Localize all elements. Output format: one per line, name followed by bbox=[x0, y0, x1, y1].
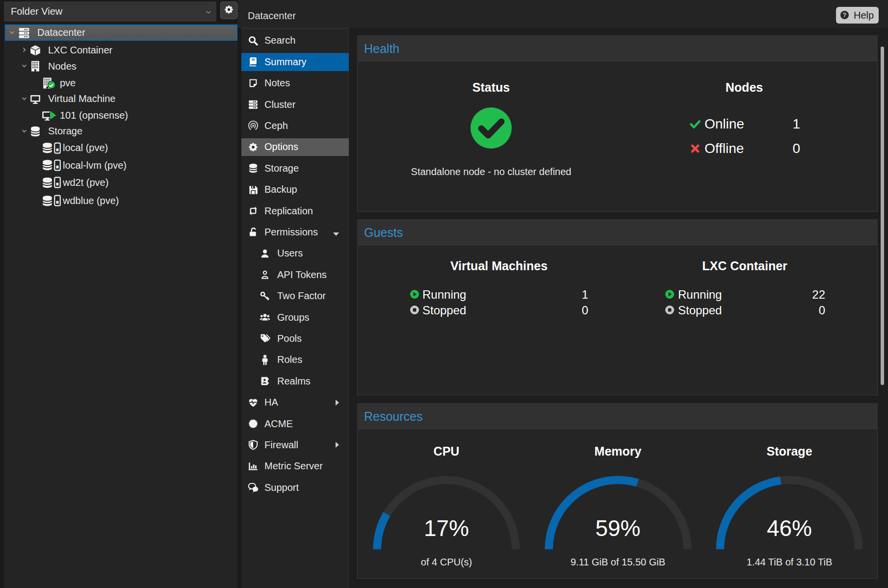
svg-text:?: ? bbox=[843, 11, 847, 19]
